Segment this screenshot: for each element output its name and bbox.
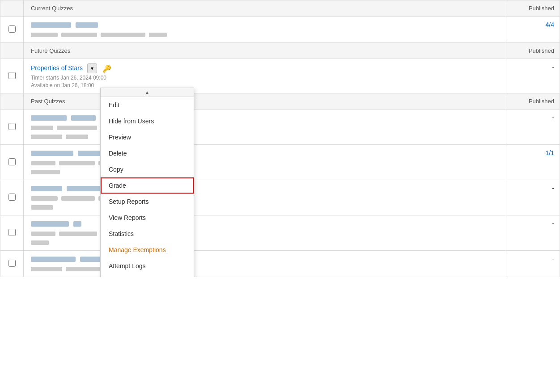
context-menu-item-manage-exemptions[interactable]: Manage Exemptions bbox=[101, 242, 194, 258]
past-quiz-4-score: - bbox=[552, 220, 554, 227]
future-section-checkbox-col bbox=[0, 43, 24, 59]
past-quiz-3-checkbox-cell bbox=[0, 180, 24, 215]
blur-pq1-sub2-2 bbox=[66, 135, 88, 139]
current-quiz-checkbox[interactable] bbox=[8, 25, 16, 33]
past-quiz-row-4: - bbox=[0, 215, 560, 251]
current-quiz-title-blur bbox=[31, 21, 499, 28]
context-menu-item-statistics[interactable]: Statistics bbox=[101, 226, 194, 242]
blur-pq4-title-2 bbox=[73, 221, 81, 227]
past-quiz-4-info bbox=[24, 215, 506, 251]
future-quiz-title-row: Properties of Stars ▾ 🔑 bbox=[31, 63, 499, 73]
last-quiz-row: - bbox=[0, 251, 560, 277]
past-quiz-4-checkbox[interactable] bbox=[8, 229, 16, 236]
current-quiz-info bbox=[24, 17, 506, 43]
past-quiz-4-checkbox-cell bbox=[0, 215, 24, 251]
context-menu-item-delete[interactable]: Delete bbox=[101, 145, 194, 161]
section-checkbox-col bbox=[0, 0, 24, 17]
context-menu: ▲ EditHide from UsersPreviewDeleteCopyGr… bbox=[100, 88, 194, 277]
current-quiz-subtitle-blur bbox=[31, 31, 499, 38]
blur-sub-1 bbox=[31, 33, 58, 37]
past-section-checkbox-col bbox=[0, 93, 24, 110]
past-quizzes-section: Past Quizzes Published bbox=[0, 93, 560, 110]
current-quiz-score-cell: 4/4 bbox=[506, 17, 560, 43]
past-quiz-row-3: - bbox=[0, 180, 560, 215]
past-quiz-2-score-cell: 1/1 bbox=[506, 145, 560, 180]
last-quiz-info bbox=[24, 251, 506, 277]
current-quizzes-section: Current Quizzes Published bbox=[0, 0, 560, 17]
future-quiz-checkbox-cell bbox=[0, 59, 24, 93]
quizzes-table: Current Quizzes Published bbox=[0, 0, 560, 277]
blur-pq1-title-2 bbox=[71, 115, 96, 121]
future-quizzes-published: Published bbox=[506, 43, 560, 59]
blur-pq1-sub-1 bbox=[31, 126, 53, 130]
blur-pq3-title-2 bbox=[67, 186, 102, 191]
context-menu-item-grade[interactable]: Grade bbox=[101, 177, 194, 194]
last-quiz-checkbox-cell bbox=[0, 251, 24, 277]
past-quiz-1-score-cell: - bbox=[506, 110, 560, 145]
past-quiz-3-score-cell: - bbox=[506, 180, 560, 215]
past-quiz-row-1: - bbox=[0, 110, 560, 145]
context-menu-item-hide[interactable]: Hide from Users bbox=[101, 113, 194, 129]
context-menu-item-preview[interactable]: Preview bbox=[101, 129, 194, 145]
future-quiz-checkbox[interactable] bbox=[8, 72, 16, 79]
key-icon: 🔑 bbox=[102, 64, 111, 73]
current-quizzes-published: Published bbox=[506, 0, 560, 17]
future-quizzes-section: Future Quizzes Published bbox=[0, 43, 560, 59]
past-quiz-row-2: 1/1 bbox=[0, 145, 560, 180]
blur-pq1-sub2-1 bbox=[31, 135, 62, 139]
blur-sub-4 bbox=[149, 33, 167, 37]
past-quiz-3-checkbox[interactable] bbox=[8, 194, 16, 201]
blur-pq3-title-1 bbox=[31, 186, 62, 191]
blur-pq4-sub2-1 bbox=[31, 240, 49, 245]
past-quiz-4-score-cell: - bbox=[506, 215, 560, 251]
past-quiz-2-checkbox-cell bbox=[0, 145, 24, 180]
scroll-arrow-up[interactable]: ▲ bbox=[101, 88, 194, 97]
properties-of-stars-link[interactable]: Properties of Stars bbox=[31, 64, 83, 72]
future-quizzes-label: Future Quizzes bbox=[24, 43, 506, 59]
last-quiz-score-cell: - bbox=[506, 251, 560, 277]
past-quiz-2-checkbox[interactable] bbox=[8, 158, 16, 165]
past-quiz-2-info bbox=[24, 145, 506, 180]
blur-sub-2 bbox=[61, 33, 97, 37]
blur-pq4-sub-1 bbox=[31, 232, 55, 236]
blur-pq2-sub-2 bbox=[59, 161, 95, 165]
context-menu-overlay: ▲ EditHide from UsersPreviewDeleteCopyGr… bbox=[100, 88, 194, 277]
blur-title-1 bbox=[31, 22, 71, 28]
blur-pq2-sub-1 bbox=[31, 161, 55, 165]
last-quiz-score: - bbox=[552, 255, 554, 262]
blur-pq3-sub-2 bbox=[61, 196, 95, 201]
blur-title-2 bbox=[76, 22, 98, 28]
future-quiz-score-cell: - bbox=[506, 59, 560, 93]
context-menu-scroll: EditHide from UsersPreviewDeleteCopyGrad… bbox=[101, 97, 194, 277]
past-quiz-1-score: - bbox=[552, 114, 554, 121]
future-quiz-score: - bbox=[552, 63, 554, 71]
current-quizzes-label: Current Quizzes bbox=[24, 0, 506, 17]
blur-pq3-sub2-1 bbox=[31, 205, 53, 210]
past-quizzes-label: Past Quizzes bbox=[24, 93, 506, 110]
last-quiz-checkbox[interactable] bbox=[8, 260, 16, 267]
quizzes-table-wrapper: Current Quizzes Published bbox=[0, 0, 560, 277]
current-quiz-row: 4/4 bbox=[0, 17, 560, 43]
blur-pq1-title-1 bbox=[31, 115, 67, 121]
past-quiz-3-score: - bbox=[552, 185, 554, 192]
blur-pq1-sub-2 bbox=[57, 126, 97, 130]
context-menu-item-view-reports[interactable]: View Reports bbox=[101, 210, 194, 226]
context-menu-item-publish-to-lor[interactable]: Publish to LOR bbox=[101, 274, 194, 277]
future-quiz-row: Properties of Stars ▾ 🔑 Timer starts Jan… bbox=[0, 59, 560, 93]
context-menu-item-edit[interactable]: Edit bbox=[101, 97, 194, 113]
context-menu-item-attempt-logs[interactable]: Attempt Logs bbox=[101, 258, 194, 274]
blur-sub-3 bbox=[101, 33, 145, 37]
blur-pq4-title-1 bbox=[31, 221, 69, 227]
context-menu-item-setup-reports[interactable]: Setup Reports bbox=[101, 194, 194, 210]
dropdown-button[interactable]: ▾ bbox=[87, 63, 97, 73]
blur-last-title-1 bbox=[31, 257, 76, 262]
blur-pq2-title-1 bbox=[31, 151, 73, 156]
past-quiz-3-info bbox=[24, 180, 506, 215]
past-quiz-1-info bbox=[24, 110, 506, 145]
current-quiz-checkbox-cell bbox=[0, 17, 24, 43]
context-menu-item-copy[interactable]: Copy bbox=[101, 161, 194, 177]
available-end-text: 18:00 bbox=[81, 82, 94, 89]
future-quiz-info: Properties of Stars ▾ 🔑 Timer starts Jan… bbox=[24, 59, 506, 93]
future-quiz-timer: Timer starts Jan 26, 2024 09:00 bbox=[31, 75, 499, 81]
past-quiz-1-checkbox[interactable] bbox=[8, 123, 16, 130]
